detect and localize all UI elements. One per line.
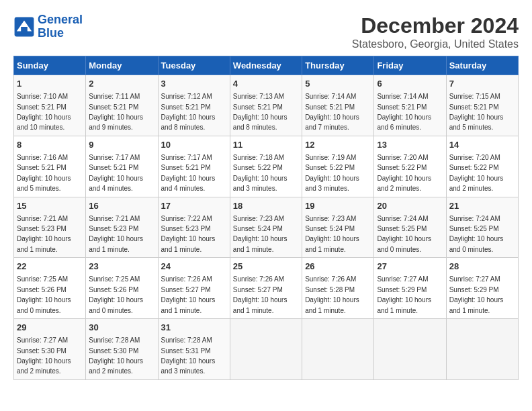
calendar-cell: 15 Sunrise: 7:21 AM Sunset: 5:23 PM Dayl… xyxy=(14,197,86,258)
day-number: 13 xyxy=(377,139,443,151)
day-info: Sunrise: 7:25 AM Sunset: 5:26 PM Dayligh… xyxy=(17,275,71,314)
day-number: 10 xyxy=(161,139,227,151)
calendar-cell: 19 Sunrise: 7:23 AM Sunset: 5:24 PM Dayl… xyxy=(302,197,374,258)
day-info: Sunrise: 7:21 AM Sunset: 5:23 PM Dayligh… xyxy=(17,215,71,253)
calendar-cell: 30 Sunrise: 7:28 AM Sunset: 5:30 PM Dayl… xyxy=(86,319,158,380)
day-number: 29 xyxy=(17,322,83,334)
weekday-header-monday: Monday xyxy=(86,56,158,75)
calendar-cell: 10 Sunrise: 7:17 AM Sunset: 5:21 PM Dayl… xyxy=(158,136,230,197)
day-number: 1 xyxy=(17,78,83,90)
day-number: 27 xyxy=(377,261,443,273)
page-subtitle: Statesboro, Georgia, United States xyxy=(352,38,519,50)
logo-line2: Blue xyxy=(38,26,64,40)
day-number: 30 xyxy=(89,322,154,334)
day-info: Sunrise: 7:20 AM Sunset: 5:22 PM Dayligh… xyxy=(377,154,431,192)
day-info: Sunrise: 7:17 AM Sunset: 5:21 PM Dayligh… xyxy=(161,154,216,192)
weekday-header-tuesday: Tuesday xyxy=(158,56,230,75)
day-info: Sunrise: 7:23 AM Sunset: 5:24 PM Dayligh… xyxy=(233,215,287,253)
day-info: Sunrise: 7:23 AM Sunset: 5:24 PM Dayligh… xyxy=(305,215,359,253)
weekday-header-saturday: Saturday xyxy=(446,56,518,75)
calendar-cell: 28 Sunrise: 7:27 AM Sunset: 5:29 PM Dayl… xyxy=(446,258,518,319)
day-info: Sunrise: 7:28 AM Sunset: 5:31 PM Dayligh… xyxy=(161,336,216,375)
calendar-cell: 26 Sunrise: 7:26 AM Sunset: 5:28 PM Dayl… xyxy=(302,258,374,319)
logo-icon xyxy=(13,16,35,38)
day-info: Sunrise: 7:25 AM Sunset: 5:26 PM Dayligh… xyxy=(89,275,143,314)
calendar-cell xyxy=(302,319,374,380)
calendar-cell: 9 Sunrise: 7:17 AM Sunset: 5:21 PM Dayli… xyxy=(86,136,158,197)
day-info: Sunrise: 7:14 AM Sunset: 5:21 PM Dayligh… xyxy=(377,93,431,131)
day-info: Sunrise: 7:17 AM Sunset: 5:21 PM Dayligh… xyxy=(89,154,143,192)
day-number: 3 xyxy=(161,78,227,90)
weekday-header-friday: Friday xyxy=(374,56,446,75)
calendar-cell: 22 Sunrise: 7:25 AM Sunset: 5:26 PM Dayl… xyxy=(14,258,86,319)
weekday-header-wednesday: Wednesday xyxy=(230,56,302,75)
calendar-cell: 5 Sunrise: 7:14 AM Sunset: 5:21 PM Dayli… xyxy=(302,75,374,136)
calendar-cell: 17 Sunrise: 7:22 AM Sunset: 5:23 PM Dayl… xyxy=(158,197,230,258)
day-info: Sunrise: 7:14 AM Sunset: 5:21 PM Dayligh… xyxy=(305,93,359,131)
weekday-header-thursday: Thursday xyxy=(302,56,374,75)
calendar-cell: 3 Sunrise: 7:12 AM Sunset: 5:21 PM Dayli… xyxy=(158,75,230,136)
day-info: Sunrise: 7:27 AM Sunset: 5:30 PM Dayligh… xyxy=(17,336,71,375)
calendar-cell: 12 Sunrise: 7:19 AM Sunset: 5:22 PM Dayl… xyxy=(302,136,374,197)
calendar-cell xyxy=(374,319,446,380)
day-info: Sunrise: 7:11 AM Sunset: 5:21 PM Dayligh… xyxy=(89,93,143,131)
day-info: Sunrise: 7:18 AM Sunset: 5:22 PM Dayligh… xyxy=(233,154,287,192)
calendar-cell: 14 Sunrise: 7:20 AM Sunset: 5:22 PM Dayl… xyxy=(446,136,518,197)
calendar-cell: 6 Sunrise: 7:14 AM Sunset: 5:21 PM Dayli… xyxy=(374,75,446,136)
day-number: 28 xyxy=(449,261,515,273)
calendar-cell: 20 Sunrise: 7:24 AM Sunset: 5:25 PM Dayl… xyxy=(374,197,446,258)
day-info: Sunrise: 7:26 AM Sunset: 5:28 PM Dayligh… xyxy=(305,275,359,314)
calendar-header: SundayMondayTuesdayWednesdayThursdayFrid… xyxy=(14,56,519,75)
day-info: Sunrise: 7:24 AM Sunset: 5:25 PM Dayligh… xyxy=(377,215,431,253)
day-info: Sunrise: 7:20 AM Sunset: 5:22 PM Dayligh… xyxy=(449,154,504,192)
day-number: 31 xyxy=(161,322,227,334)
logo-text: General Blue xyxy=(38,13,83,40)
day-number: 24 xyxy=(161,261,227,273)
day-number: 26 xyxy=(305,261,371,273)
page-title: December 2024 xyxy=(352,13,519,38)
day-number: 19 xyxy=(305,200,371,212)
weekday-header-sunday: Sunday xyxy=(14,56,86,75)
day-info: Sunrise: 7:28 AM Sunset: 5:30 PM Dayligh… xyxy=(89,336,143,375)
calendar-cell: 27 Sunrise: 7:27 AM Sunset: 5:29 PM Dayl… xyxy=(374,258,446,319)
day-number: 5 xyxy=(305,78,371,90)
day-number: 16 xyxy=(89,200,154,212)
calendar-cell: 7 Sunrise: 7:15 AM Sunset: 5:21 PM Dayli… xyxy=(446,75,518,136)
logo: General Blue xyxy=(13,13,83,40)
day-number: 2 xyxy=(89,78,154,90)
day-info: Sunrise: 7:16 AM Sunset: 5:21 PM Dayligh… xyxy=(17,154,71,192)
svg-rect-2 xyxy=(21,27,28,34)
day-info: Sunrise: 7:27 AM Sunset: 5:29 PM Dayligh… xyxy=(377,275,431,314)
calendar-cell: 25 Sunrise: 7:26 AM Sunset: 5:27 PM Dayl… xyxy=(230,258,302,319)
calendar-cell: 2 Sunrise: 7:11 AM Sunset: 5:21 PM Dayli… xyxy=(86,75,158,136)
day-number: 18 xyxy=(233,200,299,212)
day-info: Sunrise: 7:12 AM Sunset: 5:21 PM Dayligh… xyxy=(161,93,216,131)
day-info: Sunrise: 7:24 AM Sunset: 5:25 PM Dayligh… xyxy=(449,215,504,253)
day-info: Sunrise: 7:13 AM Sunset: 5:21 PM Dayligh… xyxy=(233,93,287,131)
day-number: 22 xyxy=(17,261,83,273)
day-number: 7 xyxy=(449,78,515,90)
calendar-cell: 18 Sunrise: 7:23 AM Sunset: 5:24 PM Dayl… xyxy=(230,197,302,258)
calendar-cell: 16 Sunrise: 7:21 AM Sunset: 5:23 PM Dayl… xyxy=(86,197,158,258)
day-info: Sunrise: 7:10 AM Sunset: 5:21 PM Dayligh… xyxy=(17,93,71,131)
calendar-cell: 1 Sunrise: 7:10 AM Sunset: 5:21 PM Dayli… xyxy=(14,75,86,136)
day-number: 6 xyxy=(377,78,443,90)
calendar-cell: 23 Sunrise: 7:25 AM Sunset: 5:26 PM Dayl… xyxy=(86,258,158,319)
day-number: 23 xyxy=(89,261,154,273)
day-number: 17 xyxy=(161,200,227,212)
header: General Blue December 2024 Statesboro, G… xyxy=(13,13,519,50)
calendar-cell: 4 Sunrise: 7:13 AM Sunset: 5:21 PM Dayli… xyxy=(230,75,302,136)
title-area: December 2024 Statesboro, Georgia, Unite… xyxy=(352,13,519,50)
calendar-cell: 11 Sunrise: 7:18 AM Sunset: 5:22 PM Dayl… xyxy=(230,136,302,197)
day-number: 15 xyxy=(17,200,83,212)
day-number: 20 xyxy=(377,200,443,212)
calendar-cell xyxy=(230,319,302,380)
calendar-cell: 8 Sunrise: 7:16 AM Sunset: 5:21 PM Dayli… xyxy=(14,136,86,197)
day-number: 9 xyxy=(89,139,154,151)
day-number: 14 xyxy=(449,139,515,151)
calendar-cell xyxy=(446,319,518,380)
day-number: 21 xyxy=(449,200,515,212)
day-info: Sunrise: 7:15 AM Sunset: 5:21 PM Dayligh… xyxy=(449,93,504,131)
day-number: 25 xyxy=(233,261,299,273)
day-number: 4 xyxy=(233,78,299,90)
